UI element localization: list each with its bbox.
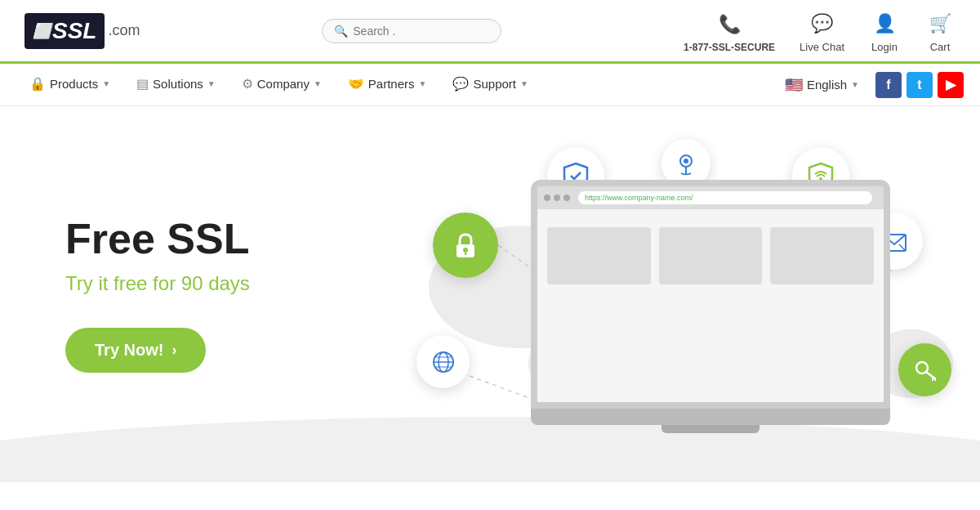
- phone-number: 1-877-SSL-SECURE: [684, 42, 775, 53]
- top-bar: ⬜ SSL .com 🔍 📞 1-877-SSL-SECURE 💬 Live C…: [0, 0, 980, 64]
- hero-illustration: https://www.company-name.com/: [408, 131, 964, 474]
- nav-partners[interactable]: 🤝 Partners ▼: [335, 64, 440, 106]
- solutions-icon: ▤: [136, 76, 149, 92]
- hero-section: Free SSL Try it free for 90 days Try Now…: [0, 106, 980, 482]
- laptop-screen: https://www.company-name.com/: [531, 180, 890, 409]
- products-icon: 🔒: [29, 76, 46, 92]
- logo-box: ⬜ SSL: [24, 13, 105, 49]
- browser-dot-1: [544, 195, 550, 201]
- support-icon: 💬: [452, 76, 469, 92]
- logo-ssl-text: SSL: [52, 18, 96, 44]
- svg-line-26: [899, 244, 906, 251]
- top-actions: 📞 1-877-SSL-SECURE 💬 Live Chat 👤 Login 🛒…: [684, 8, 956, 53]
- flag-icon: 🇺🇸: [785, 76, 803, 94]
- company-icon: ⚙: [242, 76, 253, 92]
- content-block-3: [770, 227, 874, 284]
- live-chat-action[interactable]: 💬 Live Chat: [800, 8, 844, 53]
- nav-products[interactable]: 🔒 Products ▼: [16, 64, 123, 106]
- content-block-2: [659, 227, 763, 284]
- support-dropdown-icon: ▼: [520, 79, 528, 88]
- try-now-arrow-icon: ›: [172, 342, 176, 359]
- language-dropdown-icon: ▼: [851, 80, 859, 89]
- hero-subtitle: Try it free for 90 days: [65, 272, 250, 295]
- svg-point-27: [916, 362, 928, 374]
- nav-products-label: Products: [50, 77, 98, 91]
- facebook-icon: f: [886, 78, 890, 92]
- facebook-button[interactable]: f: [875, 72, 902, 98]
- key-circle: [898, 343, 951, 396]
- language-label: English: [807, 78, 847, 92]
- nav-partners-label: Partners: [368, 77, 415, 91]
- content-block-1: [547, 227, 651, 284]
- live-chat-icon: 💬: [807, 8, 838, 39]
- hero-text: Free SSL Try it free for 90 days Try Now…: [0, 216, 250, 373]
- laptop-illustration: https://www.company-name.com/: [531, 180, 890, 425]
- try-now-label: Try Now!: [95, 341, 163, 360]
- youtube-button[interactable]: ▶: [938, 72, 964, 98]
- phone-icon: 📞: [714, 9, 745, 40]
- cart-label: Cart: [930, 41, 951, 53]
- products-dropdown-icon: ▼: [102, 79, 110, 88]
- nav-support-label: Support: [473, 77, 516, 91]
- solutions-dropdown-icon: ▼: [207, 79, 216, 88]
- nav-solutions-label: Solutions: [153, 77, 203, 91]
- browser-content: [537, 209, 884, 409]
- company-dropdown-icon: ▼: [314, 79, 322, 88]
- browser-bar: https://www.company-name.com/: [537, 186, 884, 209]
- try-now-button[interactable]: Try Now! ›: [65, 328, 206, 373]
- language-selector[interactable]: 🇺🇸 English ▼: [777, 76, 867, 94]
- browser-dot-2: [554, 195, 560, 201]
- cart-action[interactable]: 🛒 Cart: [924, 8, 956, 53]
- nav-solutions[interactable]: ▤ Solutions ▼: [123, 64, 229, 106]
- content-row-1: [547, 227, 874, 284]
- laptop-stand: [662, 425, 760, 433]
- svg-line-28: [926, 372, 936, 379]
- search-input[interactable]: [353, 25, 489, 38]
- twitter-button[interactable]: t: [906, 72, 933, 98]
- nav-support[interactable]: 💬 Support ▼: [439, 64, 541, 106]
- svg-point-14: [684, 159, 688, 163]
- logo[interactable]: ⬜ SSL .com: [24, 13, 140, 49]
- youtube-icon: ▶: [946, 77, 956, 92]
- partners-dropdown-icon: ▼: [419, 79, 427, 88]
- hero-title: Free SSL: [65, 216, 250, 262]
- url-text: https://www.company-name.com/: [585, 194, 693, 202]
- logo-lock-icon: ⬜: [33, 22, 51, 40]
- social-icons: f t ▶: [875, 72, 964, 98]
- login-icon: 👤: [869, 8, 900, 39]
- partners-icon: 🤝: [348, 76, 364, 92]
- login-label: Login: [871, 41, 898, 53]
- login-action[interactable]: 👤 Login: [869, 8, 900, 53]
- search-icon: 🔍: [334, 25, 348, 38]
- live-chat-label: Live Chat: [800, 41, 844, 53]
- lock-circle: [433, 212, 498, 278]
- browser-dot-3: [564, 195, 570, 201]
- nav-bar: 🔒 Products ▼ ▤ Solutions ▼ ⚙ Company ▼ 🤝…: [0, 64, 980, 106]
- svg-point-17: [463, 248, 468, 253]
- nav-company[interactable]: ⚙ Company ▼: [229, 64, 335, 106]
- globe-circle: [416, 335, 470, 388]
- phone-action[interactable]: 📞 1-877-SSL-SECURE: [684, 9, 775, 53]
- cart-icon: 🛒: [924, 8, 956, 39]
- twitter-icon: t: [917, 78, 921, 92]
- logo-com-text: .com: [108, 22, 140, 39]
- laptop-base: [531, 409, 890, 425]
- search-bar[interactable]: 🔍: [322, 19, 501, 43]
- nav-company-label: Company: [257, 77, 310, 91]
- browser-url: https://www.company-name.com/: [578, 191, 872, 204]
